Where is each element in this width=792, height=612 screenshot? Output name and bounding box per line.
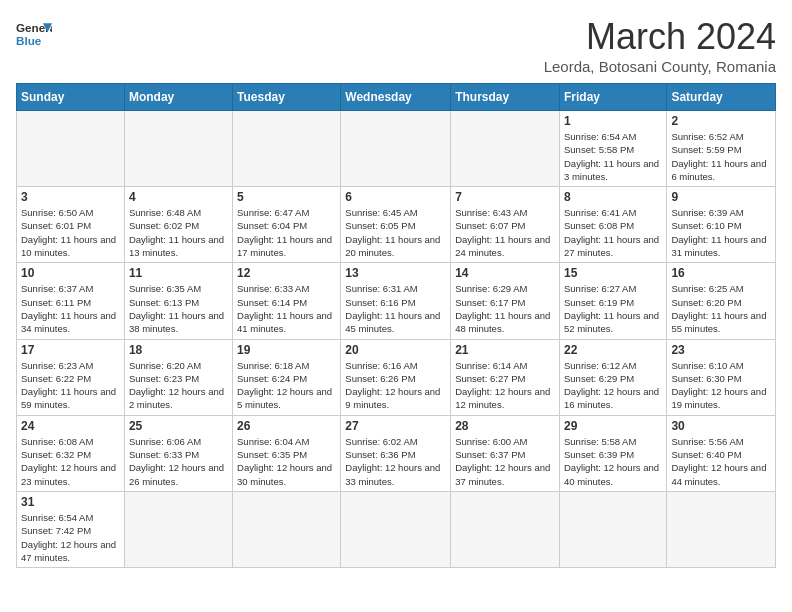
day-info: Sunrise: 6:33 AM Sunset: 6:14 PM Dayligh… — [237, 282, 336, 335]
day-number: 5 — [237, 190, 336, 204]
day-info: Sunrise: 6:45 AM Sunset: 6:05 PM Dayligh… — [345, 206, 446, 259]
day-number: 27 — [345, 419, 446, 433]
day-info: Sunrise: 5:58 AM Sunset: 6:39 PM Dayligh… — [564, 435, 662, 488]
location-subtitle: Leorda, Botosani County, Romania — [544, 58, 776, 75]
calendar-cell: 21Sunrise: 6:14 AM Sunset: 6:27 PM Dayli… — [451, 339, 560, 415]
calendar-cell: 1Sunrise: 6:54 AM Sunset: 5:58 PM Daylig… — [559, 111, 666, 187]
day-info: Sunrise: 6:39 AM Sunset: 6:10 PM Dayligh… — [671, 206, 771, 259]
day-info: Sunrise: 6:06 AM Sunset: 6:33 PM Dayligh… — [129, 435, 228, 488]
weekday-header-friday: Friday — [559, 84, 666, 111]
day-info: Sunrise: 6:23 AM Sunset: 6:22 PM Dayligh… — [21, 359, 120, 412]
calendar-cell: 18Sunrise: 6:20 AM Sunset: 6:23 PM Dayli… — [124, 339, 232, 415]
weekday-header-thursday: Thursday — [451, 84, 560, 111]
day-info: Sunrise: 6:04 AM Sunset: 6:35 PM Dayligh… — [237, 435, 336, 488]
day-number: 25 — [129, 419, 228, 433]
calendar-cell: 23Sunrise: 6:10 AM Sunset: 6:30 PM Dayli… — [667, 339, 776, 415]
calendar-cell — [124, 491, 232, 567]
calendar-cell: 29Sunrise: 5:58 AM Sunset: 6:39 PM Dayli… — [559, 415, 666, 491]
week-row-5: 31Sunrise: 6:54 AM Sunset: 7:42 PM Dayli… — [17, 491, 776, 567]
day-number: 10 — [21, 266, 120, 280]
calendar-table: SundayMondayTuesdayWednesdayThursdayFrid… — [16, 83, 776, 568]
week-row-0: 1Sunrise: 6:54 AM Sunset: 5:58 PM Daylig… — [17, 111, 776, 187]
week-row-1: 3Sunrise: 6:50 AM Sunset: 6:01 PM Daylig… — [17, 187, 776, 263]
weekday-header-tuesday: Tuesday — [233, 84, 341, 111]
calendar-cell: 12Sunrise: 6:33 AM Sunset: 6:14 PM Dayli… — [233, 263, 341, 339]
day-number: 12 — [237, 266, 336, 280]
calendar-cell — [233, 111, 341, 187]
day-info: Sunrise: 6:31 AM Sunset: 6:16 PM Dayligh… — [345, 282, 446, 335]
calendar-cell: 7Sunrise: 6:43 AM Sunset: 6:07 PM Daylig… — [451, 187, 560, 263]
calendar-cell: 22Sunrise: 6:12 AM Sunset: 6:29 PM Dayli… — [559, 339, 666, 415]
calendar-cell: 5Sunrise: 6:47 AM Sunset: 6:04 PM Daylig… — [233, 187, 341, 263]
calendar-cell — [124, 111, 232, 187]
day-info: Sunrise: 6:48 AM Sunset: 6:02 PM Dayligh… — [129, 206, 228, 259]
day-number: 17 — [21, 343, 120, 357]
weekday-header-row: SundayMondayTuesdayWednesdayThursdayFrid… — [17, 84, 776, 111]
day-number: 20 — [345, 343, 446, 357]
day-number: 31 — [21, 495, 120, 509]
day-info: Sunrise: 6:54 AM Sunset: 7:42 PM Dayligh… — [21, 511, 120, 564]
day-number: 2 — [671, 114, 771, 128]
day-info: Sunrise: 6:20 AM Sunset: 6:23 PM Dayligh… — [129, 359, 228, 412]
day-info: Sunrise: 6:27 AM Sunset: 6:19 PM Dayligh… — [564, 282, 662, 335]
day-number: 14 — [455, 266, 555, 280]
day-number: 8 — [564, 190, 662, 204]
day-number: 1 — [564, 114, 662, 128]
weekday-header-saturday: Saturday — [667, 84, 776, 111]
day-info: Sunrise: 6:02 AM Sunset: 6:36 PM Dayligh… — [345, 435, 446, 488]
calendar-cell: 24Sunrise: 6:08 AM Sunset: 6:32 PM Dayli… — [17, 415, 125, 491]
day-info: Sunrise: 6:18 AM Sunset: 6:24 PM Dayligh… — [237, 359, 336, 412]
day-info: Sunrise: 6:47 AM Sunset: 6:04 PM Dayligh… — [237, 206, 336, 259]
day-number: 16 — [671, 266, 771, 280]
day-number: 29 — [564, 419, 662, 433]
general-blue-icon: General Blue — [16, 16, 52, 52]
calendar-cell: 4Sunrise: 6:48 AM Sunset: 6:02 PM Daylig… — [124, 187, 232, 263]
day-info: Sunrise: 6:25 AM Sunset: 6:20 PM Dayligh… — [671, 282, 771, 335]
calendar-cell: 2Sunrise: 6:52 AM Sunset: 5:59 PM Daylig… — [667, 111, 776, 187]
calendar-cell: 19Sunrise: 6:18 AM Sunset: 6:24 PM Dayli… — [233, 339, 341, 415]
day-number: 24 — [21, 419, 120, 433]
page-header: General Blue March 2024 Leorda, Botosani… — [16, 16, 776, 75]
calendar-cell: 17Sunrise: 6:23 AM Sunset: 6:22 PM Dayli… — [17, 339, 125, 415]
day-info: Sunrise: 6:16 AM Sunset: 6:26 PM Dayligh… — [345, 359, 446, 412]
day-info: Sunrise: 6:10 AM Sunset: 6:30 PM Dayligh… — [671, 359, 771, 412]
calendar-cell — [451, 111, 560, 187]
day-info: Sunrise: 6:08 AM Sunset: 6:32 PM Dayligh… — [21, 435, 120, 488]
day-number: 28 — [455, 419, 555, 433]
week-row-2: 10Sunrise: 6:37 AM Sunset: 6:11 PM Dayli… — [17, 263, 776, 339]
month-title: March 2024 — [544, 16, 776, 58]
calendar-cell — [667, 491, 776, 567]
day-info: Sunrise: 6:52 AM Sunset: 5:59 PM Dayligh… — [671, 130, 771, 183]
day-number: 18 — [129, 343, 228, 357]
calendar-cell: 25Sunrise: 6:06 AM Sunset: 6:33 PM Dayli… — [124, 415, 232, 491]
day-info: Sunrise: 6:50 AM Sunset: 6:01 PM Dayligh… — [21, 206, 120, 259]
day-number: 6 — [345, 190, 446, 204]
day-number: 19 — [237, 343, 336, 357]
calendar-cell — [341, 111, 451, 187]
calendar-cell: 13Sunrise: 6:31 AM Sunset: 6:16 PM Dayli… — [341, 263, 451, 339]
day-info: Sunrise: 6:54 AM Sunset: 5:58 PM Dayligh… — [564, 130, 662, 183]
calendar-cell — [341, 491, 451, 567]
weekday-header-sunday: Sunday — [17, 84, 125, 111]
calendar-cell: 30Sunrise: 5:56 AM Sunset: 6:40 PM Dayli… — [667, 415, 776, 491]
calendar-cell: 14Sunrise: 6:29 AM Sunset: 6:17 PM Dayli… — [451, 263, 560, 339]
day-number: 3 — [21, 190, 120, 204]
calendar-cell: 28Sunrise: 6:00 AM Sunset: 6:37 PM Dayli… — [451, 415, 560, 491]
weekday-header-monday: Monday — [124, 84, 232, 111]
calendar-cell — [233, 491, 341, 567]
svg-text:Blue: Blue — [16, 34, 42, 47]
calendar-cell — [451, 491, 560, 567]
day-number: 13 — [345, 266, 446, 280]
calendar-cell: 8Sunrise: 6:41 AM Sunset: 6:08 PM Daylig… — [559, 187, 666, 263]
day-number: 9 — [671, 190, 771, 204]
day-number: 26 — [237, 419, 336, 433]
day-info: Sunrise: 6:14 AM Sunset: 6:27 PM Dayligh… — [455, 359, 555, 412]
logo: General Blue — [16, 16, 52, 52]
calendar-cell: 9Sunrise: 6:39 AM Sunset: 6:10 PM Daylig… — [667, 187, 776, 263]
week-row-4: 24Sunrise: 6:08 AM Sunset: 6:32 PM Dayli… — [17, 415, 776, 491]
day-number: 4 — [129, 190, 228, 204]
day-info: Sunrise: 6:35 AM Sunset: 6:13 PM Dayligh… — [129, 282, 228, 335]
calendar-cell: 11Sunrise: 6:35 AM Sunset: 6:13 PM Dayli… — [124, 263, 232, 339]
calendar-cell: 3Sunrise: 6:50 AM Sunset: 6:01 PM Daylig… — [17, 187, 125, 263]
calendar-cell: 6Sunrise: 6:45 AM Sunset: 6:05 PM Daylig… — [341, 187, 451, 263]
